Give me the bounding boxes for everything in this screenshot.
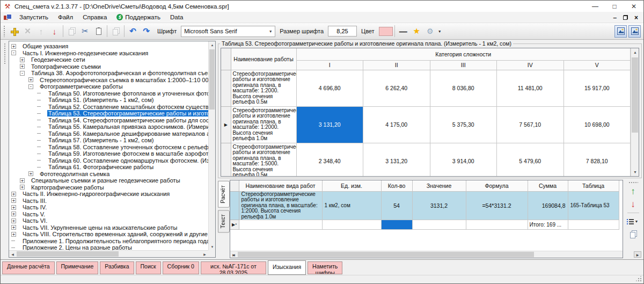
move-down-button[interactable]: ↓ <box>48 25 61 38</box>
tree-item[interactable]: Таблица 52. Составление масштабных фотос… <box>11 104 208 111</box>
detail-column-header[interactable]: Значение <box>412 180 466 191</box>
expand-icon[interactable] <box>37 138 42 143</box>
tree-item[interactable]: + Геодезические сети <box>11 56 208 63</box>
tree-item[interactable]: Таблица 60. Составление одномаршрутных ф… <box>11 157 208 164</box>
resize-grip[interactable] <box>640 280 641 281</box>
rate-cell[interactable]: 6 262,40 <box>363 70 430 106</box>
scroll-up-icon[interactable]: ▲ <box>209 41 216 48</box>
detail-tab[interactable]: Расчёт <box>218 181 230 208</box>
expand-icon[interactable] <box>37 165 42 170</box>
menu-item[interactable]: $ Файл <box>53 14 78 20</box>
expand-icon[interactable]: + <box>11 192 16 196</box>
tree-item[interactable]: + Часть VII. Укрупненные цены на изыскат… <box>11 224 208 231</box>
selected-cell[interactable] <box>381 220 412 230</box>
detail-tab[interactable]: Текст <box>218 210 230 232</box>
expand-icon[interactable] <box>37 125 42 129</box>
scrollbar-thumb[interactable] <box>632 57 638 133</box>
rate-cell[interactable]: 2 348,40 <box>296 143 363 177</box>
tree-item[interactable]: + Часть IV. <box>11 204 208 211</box>
bottom-tab[interactable]: Примечание <box>56 261 99 274</box>
bottom-tab[interactable]: Поиск <box>136 261 161 274</box>
tree-item[interactable]: Таблица 54. Стереофотограмметрические ра… <box>11 117 208 124</box>
tree-item[interactable]: Таблица 56. Камеральное дешифрирование м… <box>11 130 208 137</box>
bottom-tab[interactable]: Данные расчёта <box>2 261 55 274</box>
delete-button[interactable]: ✕ <box>21 25 34 38</box>
mdi-close-icon[interactable]: × <box>634 14 638 21</box>
category-column-header[interactable]: I <box>296 60 363 70</box>
bottom-tab[interactable]: Наметить шифры <box>308 261 342 274</box>
tree-item[interactable]: Таблица 61. Фотографические работы <box>11 164 208 171</box>
work-name-cell[interactable]: Стереофотограмметрические работы и изгот… <box>231 70 296 106</box>
tree-item[interactable]: Приложение 2. Цены на разные работы <box>11 244 208 250</box>
table-ref-cell[interactable]: 165-Таблица 53 <box>568 191 619 220</box>
tree-item[interactable]: + Часть III. <box>11 198 208 205</box>
expand-icon[interactable]: + <box>11 212 16 216</box>
font-select[interactable]: Microsoft Sans Serif ▼ <box>181 26 275 37</box>
row-up-button[interactable]: ↑ <box>626 185 640 198</box>
maximize-button[interactable]: □ <box>605 1 624 12</box>
tree-item[interactable]: Таблица 55. Камеральная привязка аэросни… <box>11 123 208 130</box>
tree-item[interactable]: - Таблица 38. Аэрофототопографическая и … <box>11 70 208 77</box>
menu-item[interactable]: $ Справка <box>78 14 112 20</box>
tree-vertical-scrollbar[interactable]: ▲ ▼ <box>208 41 215 250</box>
clipboard-button[interactable] <box>92 25 105 38</box>
rate-cell[interactable]: 10 698,00 <box>564 106 631 143</box>
tree-item[interactable]: Таблица 58. Составление уточненных фотос… <box>11 144 208 151</box>
expand-icon[interactable]: + <box>20 185 25 190</box>
rates-vertical-scrollbar[interactable]: ▲ ▼ <box>631 48 639 176</box>
redo-button[interactable]: ↷ <box>140 25 153 38</box>
tree-item[interactable]: Таблица 57. (Измеритель - 1 км2, сом) <box>11 137 208 144</box>
left-splitter[interactable] <box>2 41 8 258</box>
rate-cell[interactable]: 5 479,60 <box>497 143 564 177</box>
tree-item[interactable]: - Часть I. Инженерно-геодезические изыск… <box>11 50 208 57</box>
tree-item[interactable]: + Часть VIII. Строительство временных зд… <box>11 231 208 238</box>
scroll-down-icon[interactable]: ▼ <box>209 243 216 250</box>
category-column-header[interactable]: V <box>564 60 631 70</box>
rate-cell[interactable]: 3 131,20 <box>363 143 430 177</box>
expand-icon[interactable]: - <box>28 84 33 89</box>
favorite-button[interactable]: ★ <box>410 25 423 38</box>
tree-item[interactable]: + Часть VI. <box>11 217 208 224</box>
image-button-2[interactable] <box>628 25 641 38</box>
expand-icon[interactable]: + <box>11 232 16 237</box>
scroll-right-icon[interactable]: ▶ <box>230 251 237 258</box>
add-button[interactable] <box>8 25 21 38</box>
detail-column-header[interactable]: Сумма <box>528 180 568 191</box>
detail-column-header[interactable]: Кол-во <box>381 180 412 191</box>
expand-icon[interactable]: + <box>28 171 33 176</box>
rate-cell[interactable]: 5 375,30 <box>430 106 497 143</box>
expand-icon[interactable] <box>37 151 42 156</box>
menu-item[interactable]: $ Запустить <box>14 14 53 20</box>
expand-icon[interactable] <box>37 144 42 149</box>
minus-button[interactable]: — <box>397 25 410 38</box>
detail-column-header[interactable]: Наименование вида работ <box>239 180 322 191</box>
work-name-cell[interactable]: Стереофотограмметрические работы и изгот… <box>231 106 296 143</box>
expand-icon[interactable]: + <box>28 77 33 82</box>
minimize-button[interactable]: — <box>586 1 605 12</box>
close-button[interactable]: ✕ <box>624 1 643 12</box>
tree-item[interactable]: + Стереотопографическая съемка в масштаб… <box>11 77 208 84</box>
menu-item[interactable]: $ Data <box>165 14 188 20</box>
tree-item[interactable]: + Специальные съемки и разные геодезичес… <box>11 177 208 184</box>
tree-item[interactable]: Таблица 50. Изготовление фотопланов и ут… <box>11 90 208 97</box>
rate-cell[interactable]: 4 696,80 <box>296 70 363 106</box>
expand-icon[interactable]: + <box>20 57 25 62</box>
tree-item[interactable]: Приложение 1. Продолжительность неблагоп… <box>11 238 208 245</box>
bottom-tab[interactable]: исх. №АГ-171с от 28.03.2025 <box>201 261 266 274</box>
detail-column-header[interactable]: Формула <box>466 180 528 191</box>
formula-cell[interactable]: =54*3131.2 <box>466 191 528 220</box>
scroll-right-icon[interactable]: ▶ <box>201 251 208 258</box>
rate-cell[interactable]: 3 131,20 <box>296 106 363 143</box>
bottom-tab[interactable]: Изыскания <box>268 260 306 275</box>
row-down-button[interactable]: ↓ <box>626 198 640 211</box>
image-button-1[interactable] <box>614 25 627 38</box>
mdi-minimize-icon[interactable]: ‒ <box>613 14 617 21</box>
move-up-button[interactable]: ↑ <box>34 25 48 38</box>
expand-icon[interactable] <box>37 104 42 109</box>
undo-button[interactable]: ↶ <box>126 25 140 38</box>
scroll-up-icon[interactable]: ▲ <box>631 48 639 56</box>
expand-icon[interactable] <box>37 91 42 96</box>
tree-item[interactable]: + Топографические съемки <box>11 63 208 70</box>
work-name-cell[interactable]: Стереофотограмметрические работы и изгот… <box>239 191 322 220</box>
expand-icon[interactable]: + <box>11 44 16 49</box>
